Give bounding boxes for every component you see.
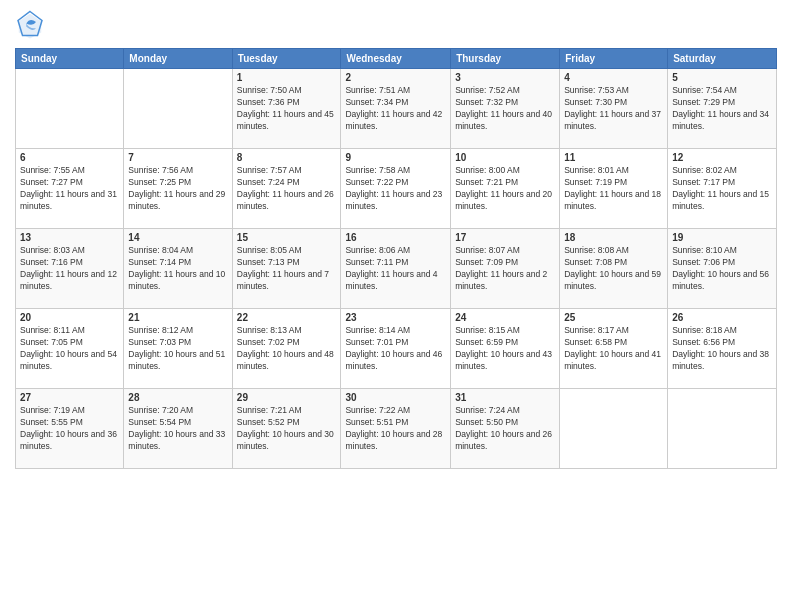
day-number: 23 <box>345 312 446 323</box>
calendar-cell: 24Sunrise: 8:15 AM Sunset: 6:59 PM Dayli… <box>451 309 560 389</box>
calendar-cell: 3Sunrise: 7:52 AM Sunset: 7:32 PM Daylig… <box>451 69 560 149</box>
day-info: Sunrise: 8:15 AM Sunset: 6:59 PM Dayligh… <box>455 325 555 373</box>
calendar-header-row: SundayMondayTuesdayWednesdayThursdayFrid… <box>16 49 777 69</box>
calendar-cell: 8Sunrise: 7:57 AM Sunset: 7:24 PM Daylig… <box>232 149 341 229</box>
calendar-header-monday: Monday <box>124 49 232 69</box>
day-info: Sunrise: 7:20 AM Sunset: 5:54 PM Dayligh… <box>128 405 227 453</box>
calendar-cell: 13Sunrise: 8:03 AM Sunset: 7:16 PM Dayli… <box>16 229 124 309</box>
calendar-cell: 15Sunrise: 8:05 AM Sunset: 7:13 PM Dayli… <box>232 229 341 309</box>
calendar-cell: 11Sunrise: 8:01 AM Sunset: 7:19 PM Dayli… <box>560 149 668 229</box>
day-number: 20 <box>20 312 119 323</box>
calendar-cell: 23Sunrise: 8:14 AM Sunset: 7:01 PM Dayli… <box>341 309 451 389</box>
day-number: 15 <box>237 232 337 243</box>
day-number: 21 <box>128 312 227 323</box>
calendar-cell: 16Sunrise: 8:06 AM Sunset: 7:11 PM Dayli… <box>341 229 451 309</box>
day-info: Sunrise: 7:54 AM Sunset: 7:29 PM Dayligh… <box>672 85 772 133</box>
day-info: Sunrise: 8:03 AM Sunset: 7:16 PM Dayligh… <box>20 245 119 293</box>
calendar-cell: 30Sunrise: 7:22 AM Sunset: 5:51 PM Dayli… <box>341 389 451 469</box>
calendar-cell: 26Sunrise: 8:18 AM Sunset: 6:56 PM Dayli… <box>668 309 777 389</box>
day-number: 25 <box>564 312 663 323</box>
day-info: Sunrise: 8:07 AM Sunset: 7:09 PM Dayligh… <box>455 245 555 293</box>
calendar-cell: 21Sunrise: 8:12 AM Sunset: 7:03 PM Dayli… <box>124 309 232 389</box>
calendar-cell: 18Sunrise: 8:08 AM Sunset: 7:08 PM Dayli… <box>560 229 668 309</box>
day-number: 30 <box>345 392 446 403</box>
calendar-week-4: 20Sunrise: 8:11 AM Sunset: 7:05 PM Dayli… <box>16 309 777 389</box>
day-info: Sunrise: 8:00 AM Sunset: 7:21 PM Dayligh… <box>455 165 555 213</box>
calendar-week-5: 27Sunrise: 7:19 AM Sunset: 5:55 PM Dayli… <box>16 389 777 469</box>
day-number: 16 <box>345 232 446 243</box>
day-info: Sunrise: 8:06 AM Sunset: 7:11 PM Dayligh… <box>345 245 446 293</box>
day-info: Sunrise: 7:55 AM Sunset: 7:27 PM Dayligh… <box>20 165 119 213</box>
calendar-cell: 9Sunrise: 7:58 AM Sunset: 7:22 PM Daylig… <box>341 149 451 229</box>
day-number: 19 <box>672 232 772 243</box>
calendar-header-friday: Friday <box>560 49 668 69</box>
calendar-cell: 7Sunrise: 7:56 AM Sunset: 7:25 PM Daylig… <box>124 149 232 229</box>
calendar-cell <box>668 389 777 469</box>
calendar-cell: 20Sunrise: 8:11 AM Sunset: 7:05 PM Dayli… <box>16 309 124 389</box>
day-number: 14 <box>128 232 227 243</box>
day-info: Sunrise: 8:17 AM Sunset: 6:58 PM Dayligh… <box>564 325 663 373</box>
day-info: Sunrise: 7:22 AM Sunset: 5:51 PM Dayligh… <box>345 405 446 453</box>
day-info: Sunrise: 8:14 AM Sunset: 7:01 PM Dayligh… <box>345 325 446 373</box>
day-number: 3 <box>455 72 555 83</box>
day-number: 18 <box>564 232 663 243</box>
day-number: 7 <box>128 152 227 163</box>
day-number: 12 <box>672 152 772 163</box>
day-number: 2 <box>345 72 446 83</box>
day-info: Sunrise: 8:05 AM Sunset: 7:13 PM Dayligh… <box>237 245 337 293</box>
day-number: 8 <box>237 152 337 163</box>
day-info: Sunrise: 8:02 AM Sunset: 7:17 PM Dayligh… <box>672 165 772 213</box>
calendar-cell <box>560 389 668 469</box>
calendar-week-1: 1Sunrise: 7:50 AM Sunset: 7:36 PM Daylig… <box>16 69 777 149</box>
calendar-cell: 28Sunrise: 7:20 AM Sunset: 5:54 PM Dayli… <box>124 389 232 469</box>
calendar-cell: 12Sunrise: 8:02 AM Sunset: 7:17 PM Dayli… <box>668 149 777 229</box>
day-info: Sunrise: 7:53 AM Sunset: 7:30 PM Dayligh… <box>564 85 663 133</box>
day-info: Sunrise: 8:08 AM Sunset: 7:08 PM Dayligh… <box>564 245 663 293</box>
calendar-cell: 1Sunrise: 7:50 AM Sunset: 7:36 PM Daylig… <box>232 69 341 149</box>
day-info: Sunrise: 8:10 AM Sunset: 7:06 PM Dayligh… <box>672 245 772 293</box>
calendar-header-thursday: Thursday <box>451 49 560 69</box>
calendar-cell: 29Sunrise: 7:21 AM Sunset: 5:52 PM Dayli… <box>232 389 341 469</box>
calendar-cell: 22Sunrise: 8:13 AM Sunset: 7:02 PM Dayli… <box>232 309 341 389</box>
day-info: Sunrise: 8:01 AM Sunset: 7:19 PM Dayligh… <box>564 165 663 213</box>
calendar-cell: 17Sunrise: 8:07 AM Sunset: 7:09 PM Dayli… <box>451 229 560 309</box>
calendar-header-sunday: Sunday <box>16 49 124 69</box>
calendar-cell: 27Sunrise: 7:19 AM Sunset: 5:55 PM Dayli… <box>16 389 124 469</box>
day-number: 11 <box>564 152 663 163</box>
day-info: Sunrise: 7:56 AM Sunset: 7:25 PM Dayligh… <box>128 165 227 213</box>
day-number: 22 <box>237 312 337 323</box>
calendar-table: SundayMondayTuesdayWednesdayThursdayFrid… <box>15 48 777 469</box>
day-number: 10 <box>455 152 555 163</box>
day-info: Sunrise: 7:51 AM Sunset: 7:34 PM Dayligh… <box>345 85 446 133</box>
calendar-cell: 10Sunrise: 8:00 AM Sunset: 7:21 PM Dayli… <box>451 149 560 229</box>
header <box>15 10 777 40</box>
day-info: Sunrise: 7:21 AM Sunset: 5:52 PM Dayligh… <box>237 405 337 453</box>
day-info: Sunrise: 7:19 AM Sunset: 5:55 PM Dayligh… <box>20 405 119 453</box>
calendar-header-wednesday: Wednesday <box>341 49 451 69</box>
calendar-cell: 14Sunrise: 8:04 AM Sunset: 7:14 PM Dayli… <box>124 229 232 309</box>
calendar-cell <box>16 69 124 149</box>
day-number: 31 <box>455 392 555 403</box>
day-number: 26 <box>672 312 772 323</box>
calendar-cell: 6Sunrise: 7:55 AM Sunset: 7:27 PM Daylig… <box>16 149 124 229</box>
page: SundayMondayTuesdayWednesdayThursdayFrid… <box>0 0 792 612</box>
day-info: Sunrise: 7:24 AM Sunset: 5:50 PM Dayligh… <box>455 405 555 453</box>
day-number: 27 <box>20 392 119 403</box>
calendar-cell: 31Sunrise: 7:24 AM Sunset: 5:50 PM Dayli… <box>451 389 560 469</box>
day-number: 17 <box>455 232 555 243</box>
calendar-header-tuesday: Tuesday <box>232 49 341 69</box>
day-number: 29 <box>237 392 337 403</box>
day-info: Sunrise: 8:18 AM Sunset: 6:56 PM Dayligh… <box>672 325 772 373</box>
day-number: 5 <box>672 72 772 83</box>
calendar-cell: 19Sunrise: 8:10 AM Sunset: 7:06 PM Dayli… <box>668 229 777 309</box>
calendar-header-saturday: Saturday <box>668 49 777 69</box>
day-number: 9 <box>345 152 446 163</box>
logo <box>15 10 49 40</box>
calendar-cell: 25Sunrise: 8:17 AM Sunset: 6:58 PM Dayli… <box>560 309 668 389</box>
day-number: 1 <box>237 72 337 83</box>
day-info: Sunrise: 8:04 AM Sunset: 7:14 PM Dayligh… <box>128 245 227 293</box>
calendar-cell <box>124 69 232 149</box>
day-info: Sunrise: 8:11 AM Sunset: 7:05 PM Dayligh… <box>20 325 119 373</box>
day-number: 24 <box>455 312 555 323</box>
day-info: Sunrise: 7:52 AM Sunset: 7:32 PM Dayligh… <box>455 85 555 133</box>
